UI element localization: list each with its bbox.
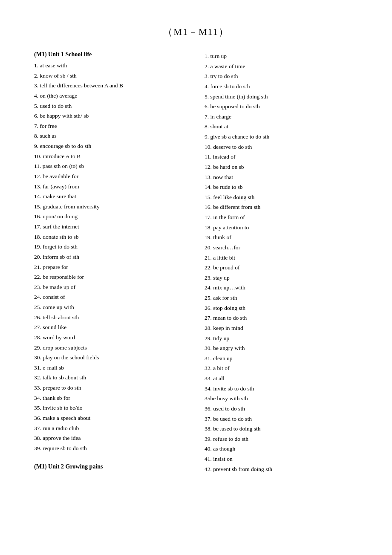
list-item: 34. thank sb for [34, 393, 187, 403]
list-item: 12. be hard on sb [205, 162, 358, 172]
list-item: 10. introduce A to B [34, 151, 187, 162]
list-item: 17. surf the internet [34, 222, 187, 232]
list-item: 33. prepare to do sth [34, 383, 187, 393]
list-item: 13. far (away) from [34, 182, 187, 192]
list-item: 2. know of sb / sth [34, 71, 187, 81]
list-item: 5. spend time (in) doing sth [205, 92, 358, 102]
content-area: (M1) Unit 1 School life 1. at ease with2… [34, 51, 358, 474]
list-item: 16. be different from sth [205, 202, 358, 212]
list-item: 18. donate sth to sb [34, 232, 187, 242]
list-item: 42. prevent sb from doing sth [205, 464, 358, 474]
list-item: 36. used to do sth [205, 404, 358, 414]
list-item: 1. turn up [205, 51, 358, 61]
page-title: （M1－M11） [34, 26, 358, 38]
list-item: 21. a little bit [205, 253, 358, 263]
list-item: 22. be proud of [205, 263, 358, 273]
left-column: (M1) Unit 1 School life 1. at ease with2… [34, 51, 187, 474]
list-item: 9. give sb a chance to do sth [205, 132, 358, 142]
list-item: 14. make sure that [34, 191, 187, 202]
list-item: 4. force sb to do sth [205, 81, 358, 92]
list-item: 24. consist of [34, 292, 187, 302]
list-item: 31. e-mail sb [34, 363, 187, 373]
list-item: 3. try to do sth [205, 71, 358, 81]
list-item: 1. at ease with [34, 61, 187, 71]
list-item: 11. instead of [205, 152, 358, 162]
list-item: 36. make a speech about [34, 413, 187, 423]
list-item: 39. require sb to do sth [34, 443, 187, 454]
list-item: 27. sound like [34, 322, 187, 332]
right-column: 1. turn up2. a waste of time3. try to do… [205, 51, 358, 474]
list-item: 29. tidy up [205, 333, 358, 344]
list-item: 21. prepare for [34, 262, 187, 272]
list-item: 12. be available for [34, 171, 187, 182]
list-item: 9. encourage sb to do sth [34, 141, 187, 151]
list-item: 32. a bit of [205, 363, 358, 373]
list-item: 16. upon/ on doing [34, 211, 187, 222]
list-item: 4. on (the) average [34, 91, 187, 101]
list-item: 5. used to do sth [34, 101, 187, 111]
list-item: 29. drop some subjects [34, 343, 187, 353]
list-item: 2. a waste of time [205, 61, 358, 72]
list-item: 35. invite sb to be/do [34, 403, 187, 413]
list-item: 26. tell sb about sth [34, 312, 187, 323]
list-item: 7. in charge [205, 112, 358, 122]
list-item: 15. graduate from university [34, 202, 187, 212]
list-item: 38. be .used to doing sth [205, 424, 358, 434]
list-item: 31. clean up [205, 353, 358, 364]
list-item: 28. word by word [34, 332, 187, 343]
list-item: 33. at all [205, 373, 358, 384]
list-item: 26. stop doing sth [205, 303, 358, 313]
left-section1-title: (M1) Unit 1 School life [34, 51, 187, 58]
list-item: 11. pass sth on (to) sb [34, 161, 187, 171]
list-item: 3. tell the differences between A and B [34, 81, 187, 91]
list-item: 8. shout at [205, 121, 358, 132]
left-phrase-list: 1. at ease with2. know of sb / sth3. tel… [34, 61, 187, 453]
list-item: 35be busy with sth [205, 393, 358, 404]
list-item: 37. be used to do sth [205, 414, 358, 424]
list-item: 28. keep in mind [205, 323, 358, 333]
list-item: 25. come up with [34, 302, 187, 312]
list-item: 30. play on the school fields [34, 353, 187, 363]
list-item: 14. be rude to sb [205, 182, 358, 192]
list-item: 41. insist on [205, 454, 358, 464]
left-section2-title: (M1) Unit 2 Growing pains [34, 463, 187, 470]
list-item: 8. such as [34, 131, 187, 141]
list-item: 37. run a radio club [34, 423, 187, 434]
list-item: 10. deserve to do sth [205, 142, 358, 152]
list-item: 23. stay up [205, 273, 358, 283]
list-item: 34. invite sb to do sth [205, 384, 358, 394]
list-item: 25. ask for sth [205, 293, 358, 303]
list-item: 38. approve the idea [34, 433, 187, 443]
list-item: 39. refuse to do sth [205, 434, 358, 444]
list-item: 32. talk to sb about sth [34, 373, 187, 383]
list-item: 27. mean to do sth [205, 313, 358, 323]
list-item: 13. now that [205, 172, 358, 182]
list-item: 22. be responsible for [34, 272, 187, 282]
list-item: 23. be made up of [34, 282, 187, 292]
list-item: 24. mix up…with [205, 283, 358, 293]
list-item: 15. feel like doing sth [205, 192, 358, 202]
list-item: 19. forget to do sth [34, 242, 187, 252]
list-item: 40. as though [205, 444, 358, 454]
list-item: 7. for free [34, 121, 187, 131]
list-item: 20. search…for [205, 243, 358, 253]
list-item: 18. pay attention to [205, 223, 358, 233]
list-item: 17. in the form of [205, 212, 358, 223]
list-item: 6. be happy with sth/ sb [34, 111, 187, 121]
list-item: 6. be supposed to do sth [205, 101, 358, 112]
right-phrase-list: 1. turn up2. a waste of time3. try to do… [205, 51, 358, 474]
list-item: 19. think of [205, 232, 358, 243]
list-item: 20. inform sb of sth [34, 252, 187, 262]
list-item: 30. be angry with [205, 343, 358, 353]
